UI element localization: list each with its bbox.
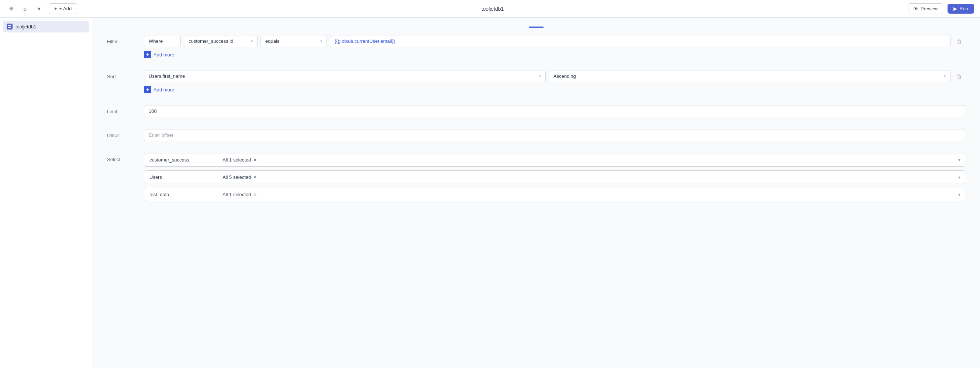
filter-operator-value: equals: [265, 38, 279, 44]
sort-row: Users.first_name ▾ Ascending ▾ 🗑: [144, 70, 965, 82]
sidebar-item-tooljetdb1[interactable]: tooljetdb1: [3, 21, 89, 32]
select-badge-clear-button[interactable]: ✕: [253, 175, 257, 180]
run-button-label: Run: [959, 6, 968, 11]
filter-controls: Where customer_success.id ▾ equals ▾ {{g…: [144, 35, 965, 58]
offset-input[interactable]: [144, 129, 965, 141]
select-table-name: customer_success: [144, 153, 218, 166]
sort-column-chevron-icon: ▾: [539, 74, 541, 78]
filter-add-more-label: Add more: [153, 52, 174, 57]
sort-add-more-label: Add more: [153, 87, 174, 92]
select-badge: All 1 selected ✕: [223, 192, 257, 197]
run-button[interactable]: ▶ Run: [948, 4, 974, 14]
select-badge-clear-button[interactable]: ✕: [253, 157, 257, 163]
top-indicator: [529, 27, 544, 28]
select-badge: All 1 selected ✕: [223, 157, 257, 163]
select-chevron-icon[interactable]: ▾: [954, 175, 965, 180]
sort-column-value: Users.first_name: [149, 73, 185, 79]
select-label: Select: [107, 153, 137, 162]
db-title: tooljetdb1: [482, 6, 504, 12]
select-badge-label: All 1 selected: [223, 157, 251, 163]
add-button[interactable]: + + Add: [49, 3, 77, 14]
preview-icon: 👁: [913, 6, 918, 11]
filter-icon[interactable]: ▾: [34, 4, 44, 14]
select-badge-label: All 1 selected: [223, 192, 251, 197]
select-badge: All 5 selected ✕: [223, 174, 257, 180]
filter-where: Where: [144, 35, 181, 47]
select-badge-clear-button[interactable]: ✕: [253, 192, 257, 197]
filter-section: Filter Where customer_success.id ▾ equal…: [107, 35, 965, 58]
filter-row: Where customer_success.id ▾ equals ▾ {{g…: [144, 35, 965, 47]
select-table-name: Users: [144, 171, 218, 184]
select-badges: All 1 selected ✕: [218, 189, 954, 200]
select-row: test_data All 1 selected ✕ ▾: [144, 188, 965, 201]
content-area: Filter Where customer_success.id ▾ equal…: [92, 18, 980, 368]
filter-value-input[interactable]: {{globals.currentUser.email}}: [330, 35, 950, 47]
select-badges: All 1 selected ✕: [218, 154, 954, 166]
limit-controls: [144, 105, 965, 117]
filter-add-more-button[interactable]: + Add more: [144, 51, 174, 58]
filter-column-chevron-icon: ▾: [251, 39, 253, 43]
preview-button-label: Preview: [921, 6, 937, 11]
main-layout: tooljetdb1 Filter Where customer_success…: [0, 18, 980, 368]
offset-section: Offset: [107, 129, 965, 141]
select-row: customer_success All 1 selected ✕ ▾: [144, 153, 965, 167]
offset-controls: [144, 129, 965, 141]
select-controls: customer_success All 1 selected ✕ ▾ User…: [144, 153, 965, 201]
filter-add-more-icon: +: [144, 51, 151, 58]
limit-input[interactable]: [144, 105, 965, 117]
filter-label: Filter: [107, 35, 137, 44]
preview-button[interactable]: 👁 Preview: [908, 3, 943, 14]
run-icon: ▶: [953, 6, 957, 11]
add-button-label: + Add: [59, 6, 72, 11]
sort-direction-select[interactable]: Ascending ▾: [549, 70, 950, 82]
topnav: ✳ ⌕ ▾ + + Add tooljetdb1 👁 Preview ▶ Run: [0, 0, 980, 18]
offset-label: Offset: [107, 129, 137, 138]
filter-column-select[interactable]: customer_success.id ▾: [184, 35, 258, 47]
svg-rect-1: [8, 27, 11, 28]
sort-label: Sort: [107, 70, 137, 79]
sort-delete-button[interactable]: 🗑: [953, 70, 965, 82]
filter-operator-chevron-icon: ▾: [320, 39, 322, 43]
select-chevron-icon[interactable]: ▾: [954, 157, 965, 163]
select-section: Select customer_success All 1 selected ✕…: [107, 153, 965, 201]
sort-add-more-button[interactable]: + Add more: [144, 86, 174, 93]
limit-section: Limit: [107, 105, 965, 117]
cursor-icon[interactable]: ✳: [6, 4, 16, 14]
sort-add-more-icon: +: [144, 86, 151, 93]
sidebar-item-label: tooljetdb1: [16, 24, 36, 30]
select-row: Users All 5 selected ✕ ▾: [144, 170, 965, 184]
svg-rect-0: [8, 25, 11, 26]
topnav-icons: ✳ ⌕ ▾: [6, 4, 44, 14]
sort-section: Sort Users.first_name ▾ Ascending ▾ 🗑 + …: [107, 70, 965, 93]
db-icon: [6, 24, 13, 30]
sort-controls: Users.first_name ▾ Ascending ▾ 🗑 + Add m…: [144, 70, 965, 93]
search-icon[interactable]: ⌕: [20, 4, 30, 14]
filter-column-value: customer_success.id: [189, 38, 233, 44]
sort-direction-chevron-icon: ▾: [944, 74, 946, 78]
sort-direction-value: Ascending: [554, 73, 576, 79]
filter-delete-button[interactable]: 🗑: [953, 35, 965, 47]
select-badges: All 5 selected ✕: [218, 171, 954, 183]
sort-column-select[interactable]: Users.first_name ▾: [144, 70, 546, 82]
select-table-name: test_data: [144, 188, 218, 201]
sidebar: tooljetdb1: [0, 18, 92, 368]
filter-operator-select[interactable]: equals ▾: [261, 35, 327, 47]
limit-label: Limit: [107, 105, 137, 114]
select-badge-label: All 5 selected: [223, 174, 251, 180]
add-icon: +: [54, 6, 57, 11]
select-chevron-icon[interactable]: ▾: [954, 192, 965, 197]
